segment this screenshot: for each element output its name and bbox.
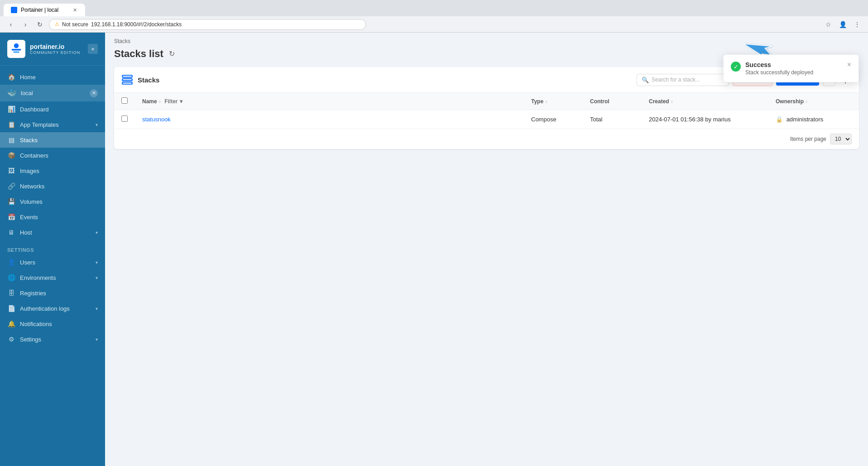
type-sort[interactable]: Type ↕ — [531, 98, 575, 105]
th-ownership: Ownership ↕ — [768, 93, 859, 110]
volumes-icon: 💾 — [7, 198, 15, 205]
sidebar-item-volumes[interactable]: 💾 Volumes — [0, 194, 105, 209]
stacks-card-title: Stacks — [138, 76, 632, 84]
stacks-icon: ▤ — [7, 136, 15, 144]
toast-title: Success — [745, 61, 843, 68]
sidebar-item-notifications[interactable]: 🔔 Notifications — [0, 316, 105, 331]
sidebar-item-home[interactable]: 🏠 Home — [0, 69, 105, 85]
sidebar-item-volumes-label: Volumes — [20, 198, 98, 205]
sidebar-item-notifications-label: Notifications — [20, 321, 98, 327]
forward-button[interactable]: › — [20, 19, 31, 30]
back-button[interactable]: ‹ — [5, 19, 16, 30]
host-arrow-icon: ▾ — [96, 230, 98, 235]
items-per-page-select[interactable]: 10 25 50 — [830, 134, 852, 144]
sidebar-item-dashboard-label: Dashboard — [20, 106, 98, 113]
sidebar-item-environments-label: Environments — [20, 274, 91, 281]
name-sort[interactable]: Name ↕ — [142, 98, 161, 105]
settings-arrow-icon: ▾ — [96, 337, 98, 342]
select-all-checkbox[interactable] — [121, 97, 128, 104]
sidebar-item-networks[interactable]: 🔗 Networks — [0, 178, 105, 194]
extensions-button[interactable]: ⋮ — [852, 19, 863, 30]
toast-success-icon: ✓ — [731, 62, 741, 72]
th-control-label: Control — [590, 98, 609, 105]
sidebar-item-home-label: Home — [20, 74, 98, 81]
refresh-button[interactable]: ↻ — [169, 49, 178, 58]
stack-name-link[interactable]: statusnook — [142, 116, 171, 123]
created-sort[interactable]: Created ↕ — [649, 98, 761, 105]
logo-text-block: portainer.io COMMUNITY EDITION — [30, 43, 80, 55]
app-layout: portainer.io COMMUNITY EDITION « 🏠 Home … — [0, 33, 868, 466]
ownership-sort-icon: ↕ — [806, 99, 808, 104]
stacks-table: Name ↕ Filter ▾ Type — [114, 93, 859, 129]
toast-close-button[interactable]: × — [847, 61, 851, 68]
sidebar-item-app-templates[interactable]: 📋 App Templates ▾ — [0, 117, 105, 132]
refresh-button[interactable]: ↻ — [34, 19, 45, 30]
address-bar[interactable]: ⚠ Not secure 192.168.1.18:9000/#!/2/dock… — [49, 19, 366, 30]
toast-notification: ✓ Success Stack successfully deployed × — [723, 54, 859, 82]
browser-toolbar: ‹ › ↻ ⚠ Not secure 192.168.1.18:9000/#!/… — [0, 16, 868, 33]
sidebar-collapse-button[interactable]: « — [88, 44, 98, 54]
host-icon: 🖥 — [7, 229, 15, 236]
created-sort-icon: ↕ — [671, 99, 673, 104]
sidebar-item-registries[interactable]: 🗄 Registries — [0, 285, 105, 301]
browser-tabs: Portainer | local ✕ — [0, 0, 868, 16]
sidebar-item-settings[interactable]: ⚙ Settings ▾ — [0, 331, 105, 347]
address-warning-text: Not secure — [62, 21, 88, 28]
sidebar-item-settings-label: Settings — [20, 336, 91, 343]
auth-logs-icon: 📄 — [7, 305, 15, 312]
tab-close-button[interactable]: ✕ — [72, 7, 78, 13]
items-per-page-label: Items per page — [790, 136, 826, 142]
home-icon: 🏠 — [7, 73, 15, 81]
images-icon: 🖼 — [7, 167, 15, 174]
row-ownership-cell: 🔒 administrators — [768, 110, 859, 129]
sidebar-item-host[interactable]: 🖥 Host ▾ — [0, 225, 105, 240]
sidebar-item-app-templates-label: App Templates — [20, 121, 91, 128]
env-icon: 🐳 — [7, 89, 16, 97]
row-checkbox[interactable] — [121, 115, 128, 122]
toast-content: Success Stack successfully deployed — [745, 61, 843, 76]
sidebar-item-images[interactable]: 🖼 Images — [0, 163, 105, 178]
sidebar-item-users-label: Users — [20, 259, 91, 266]
table-row: statusnook Compose Total 2024-07-01 01:5… — [114, 110, 859, 129]
th-name: Name ↕ Filter ▾ — [135, 93, 524, 110]
browser-chrome: Portainer | local ✕ ‹ › ↻ ⚠ Not secure 1… — [0, 0, 868, 33]
sidebar-item-stacks-label: Stacks — [20, 137, 98, 144]
svg-rect-3 — [122, 75, 132, 77]
environments-icon: 🌐 — [7, 274, 15, 281]
profile-button[interactable]: 👤 — [837, 19, 848, 30]
search-input[interactable] — [652, 77, 724, 83]
tab-title: Portainer | local — [21, 7, 58, 13]
th-type: Type ↕ — [524, 93, 583, 110]
env-close-button[interactable]: ✕ — [90, 89, 98, 97]
sidebar-item-dashboard[interactable]: 📊 Dashboard — [0, 101, 105, 117]
row-created-cell: 2024-07-01 01:56:38 by marius — [642, 110, 768, 129]
sidebar-item-containers-label: Containers — [20, 152, 98, 159]
th-created-label: Created — [649, 98, 669, 105]
search-wrap[interactable]: 🔍 — [637, 74, 729, 86]
sidebar-item-auth-logs[interactable]: 📄 Authentication logs ▾ — [0, 301, 105, 316]
env-name: local — [21, 90, 33, 96]
filter-icon: ▾ — [180, 98, 182, 105]
ownership-sort[interactable]: Ownership ↕ — [776, 98, 852, 105]
sidebar-env-header[interactable]: 🐳 local ✕ — [0, 85, 105, 101]
address-url: 192.168.1.18:9000/#!/2/docker/stacks — [91, 21, 182, 28]
pagination-row: Items per page 10 25 50 — [114, 129, 859, 149]
security-warning: ⚠ — [55, 21, 59, 27]
bookmark-button[interactable]: ☆ — [823, 19, 834, 30]
stacks-card-icon — [121, 74, 133, 86]
sidebar-nav: 🏠 Home 🐳 local ✕ 📊 Dashboard 📋 App Templ… — [0, 66, 105, 466]
app-templates-arrow-icon: ▾ — [96, 122, 98, 127]
browser-tab-active[interactable]: Portainer | local ✕ — [4, 4, 85, 16]
sidebar-item-users[interactable]: 👤 Users ▾ — [0, 255, 105, 270]
filter-button[interactable]: Filter ▾ — [164, 98, 182, 105]
sidebar-item-containers[interactable]: 📦 Containers — [0, 148, 105, 163]
ownership-icon: 🔒 — [776, 116, 783, 123]
row-control: Total — [590, 116, 602, 123]
sidebar-item-stacks[interactable]: ▤ Stacks — [0, 132, 105, 148]
browser-right-icons: ☆ 👤 ⋮ — [823, 19, 863, 30]
type-sort-icon: ↕ — [545, 99, 547, 104]
sidebar-item-events[interactable]: 📅 Events — [0, 209, 105, 225]
row-ownership: administrators — [786, 116, 824, 123]
svg-point-0 — [14, 43, 19, 48]
sidebar-item-environments[interactable]: 🌐 Environments ▾ — [0, 270, 105, 285]
